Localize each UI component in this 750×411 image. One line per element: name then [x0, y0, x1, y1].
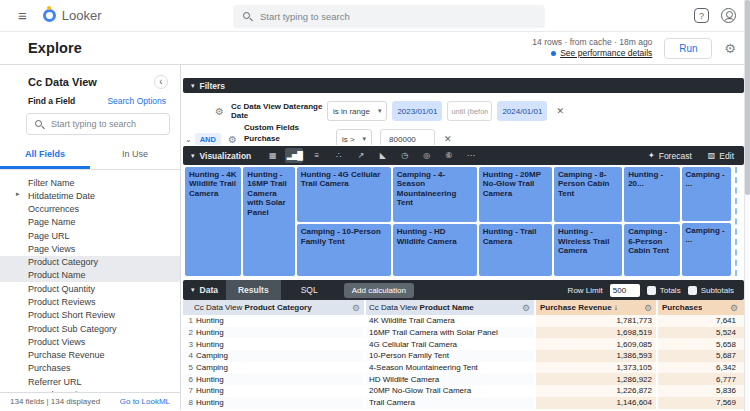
sidebar-field-hitdatetime-date[interactable]: ▸Hitdatetime Date	[0, 189, 180, 202]
treemap-cell-camping-8-person-cabin-tent[interactable]: Camping - 8-Person Cabin Tent	[554, 167, 622, 222]
column-chart-icon[interactable]: ▂▅█	[285, 148, 303, 163]
filter-until-input[interactable]	[447, 101, 492, 121]
treemap-cell-hunting-hd-wildlife-camera[interactable]: Hunting - HD Wildlife Camera	[393, 224, 477, 276]
filter-operator-select[interactable]: is in range ▾	[327, 101, 387, 121]
performance-details-link[interactable]: See performance details	[560, 48, 652, 59]
and-conjunction-chip[interactable]: AND	[195, 133, 221, 146]
sidebar-field-product-sub-category[interactable]: Product Sub Category	[0, 322, 180, 335]
table-row[interactable]: 6HuntingHD Wildlife Camera1,286,9226,777	[183, 373, 744, 385]
add-calculation-button[interactable]: Add calculation	[344, 283, 414, 298]
go-to-lookml-link[interactable]: Go to LookML	[120, 397, 170, 406]
looker-logo[interactable]: Looker	[43, 8, 102, 23]
collapse-caret-icon[interactable]: ▾	[191, 152, 195, 160]
treemap-cell-camping-6-person-cabin-tent[interactable]: Camping - 6-Person Cabin Tent	[624, 224, 679, 276]
table-row[interactable]: 3Hunting4G Cellular Trail Camera1,609,08…	[183, 338, 744, 350]
run-button[interactable]: Run	[664, 38, 712, 59]
expand-arrow-icon[interactable]: ▸	[16, 190, 20, 198]
visualization-section-header[interactable]: ▾ Visualization ▦▂▅█≡∴↗◣◷◎⑥⋯ ✦ Forecast …	[183, 146, 744, 165]
filter-value-input[interactable]	[380, 129, 435, 145]
treemap-cell-camping[interactable]: Camping - ...	[682, 167, 731, 221]
treemap-cell-hunting-20[interactable]: Hunting - 20...	[624, 167, 679, 222]
column-header-product-category[interactable]: Cc Data View Product Category⚙	[183, 300, 364, 315]
treemap-cell-camping-10-person-family-tent[interactable]: Camping - 10-Person Family Tent	[297, 224, 391, 276]
sidebar-field-purchase-revenue[interactable]: Purchase Revenue	[0, 348, 180, 361]
filter-start-date-chip[interactable]: 2023/01/01	[392, 101, 442, 121]
filter-gear-icon[interactable]: ⚙	[215, 106, 224, 117]
field-search-bar[interactable]	[26, 113, 170, 135]
more-viz-icon[interactable]: ⋯	[461, 148, 479, 163]
gear-icon[interactable]: ⚙	[644, 303, 652, 313]
table-row[interactable]: 2Hunting16MP Trail Camera with Solar Pan…	[183, 327, 744, 339]
map-chart-icon[interactable]: ◎	[417, 148, 435, 163]
sidebar-field-search-engine[interactable]: Search Engine	[0, 388, 180, 392]
gear-icon[interactable]: ⚙	[522, 303, 530, 313]
sidebar-field-referrer-url[interactable]: Referrer URL	[0, 375, 180, 388]
forecast-button[interactable]: ✦ Forecast	[648, 151, 692, 161]
column-header-purchases[interactable]: Purchases⚙	[658, 300, 744, 315]
treemap-cell-camping-4-season-mountaineering-tent[interactable]: Camping - 4-Season Mountaineering Tent	[393, 167, 477, 222]
scatter-chart-icon[interactable]: ∴	[329, 148, 347, 163]
sidebar-field-product-name[interactable]: Product Name	[0, 269, 180, 282]
filter-end-date-chip[interactable]: 2024/01/01	[497, 101, 547, 121]
pie-chart-icon[interactable]: ◷	[395, 148, 413, 163]
sidebar-field-page-views[interactable]: Page Views	[0, 242, 180, 255]
account-icon[interactable]	[721, 8, 736, 23]
global-search-input[interactable]	[260, 11, 535, 22]
scrollbar-thumb[interactable]	[745, 0, 750, 195]
single-value-icon[interactable]: ⑥	[439, 148, 457, 163]
sidebar-field-product-short-review[interactable]: Product Short Review	[0, 309, 180, 322]
treemap-cell-camping[interactable]: Camping - ...	[682, 223, 731, 277]
gear-icon[interactable]: ⚙	[730, 303, 738, 313]
sidebar-field-product-views[interactable]: Product Views	[0, 335, 180, 348]
field-search-input[interactable]	[51, 119, 161, 129]
table-row[interactable]: 1Hunting4K Wildlife Trail Camera1,781,77…	[183, 315, 744, 327]
tab-all-fields[interactable]: All Fields	[0, 143, 90, 169]
area-chart-icon[interactable]: ◣	[373, 148, 391, 163]
sidebar-field-filter-name[interactable]: Filter Name	[0, 176, 180, 189]
tab-sql[interactable]: SQL	[289, 280, 330, 300]
sidebar-field-page-name[interactable]: Page Name	[0, 216, 180, 229]
sidebar-field-product-quantity[interactable]: Product Quantity	[0, 282, 180, 295]
treemap-cell-hunting-wireless-trail-camera[interactable]: Hunting - Wireless Trail Camera	[554, 224, 622, 276]
explore-settings-gear-icon[interactable]: ⚙	[724, 41, 736, 56]
gear-icon[interactable]: ⚙	[352, 303, 360, 313]
totals-checkbox[interactable]: Totals	[647, 286, 681, 295]
table-chart-icon[interactable]: ▦	[263, 148, 281, 163]
tab-in-use[interactable]: In Use	[90, 143, 180, 169]
help-icon[interactable]: ?	[694, 8, 709, 23]
filters-section-header[interactable]: ▾ Filters	[183, 78, 744, 93]
column-header-product-name[interactable]: Cc Data View Product Name⚙	[366, 300, 534, 315]
table-row[interactable]: 4Camping10-Person Family Tent1,386,5935,…	[183, 350, 744, 362]
treemap-cell-hunting-4k-wildlife-trail-camera[interactable]: Hunting - 4K Wildlife Trail Camera	[185, 167, 241, 276]
global-search-bar[interactable]	[233, 5, 545, 28]
edit-viz-button[interactable]: ▨ Edit	[708, 151, 734, 161]
remove-filter-icon[interactable]: ✕	[444, 134, 452, 144]
window-scrollbar[interactable]	[744, 0, 750, 411]
data-section-header[interactable]: ▾ Data Results SQL Add calculation Row L…	[183, 280, 744, 300]
sidebar-field-product-category[interactable]: Product Category	[0, 256, 180, 269]
treemap-cell-hunting-16mp-trail-camera-with-solar-panel[interactable]: Hunting - 16MP Trail Camera with Solar P…	[243, 167, 294, 276]
table-row[interactable]: 8HuntingTrail Camera1,146,6047,569	[183, 397, 744, 409]
column-header-purchase-revenue[interactable]: Purchase Revenue ↓⚙	[536, 300, 656, 315]
filter-operator-select[interactable]: is > ▾	[336, 129, 372, 145]
treemap-cell-hunting-20mp-no-glow-trail-camera[interactable]: Hunting - 20MP No-Glow Trail Camera	[479, 167, 552, 222]
remove-filter-icon[interactable]: ✕	[556, 106, 564, 116]
table-row[interactable]: 7Hunting20MP No-Glow Trail Camera1,226,8…	[183, 385, 744, 397]
collapse-caret-icon[interactable]: ▾	[191, 286, 195, 294]
sidebar-field-product-reviews[interactable]: Product Reviews	[0, 295, 180, 308]
sidebar-field-purchases[interactable]: Purchases	[0, 362, 180, 375]
sidebar-field-page-url[interactable]: Page URL	[0, 229, 180, 242]
row-limit-input[interactable]	[610, 284, 640, 297]
hamburger-menu-icon[interactable]: ≡	[18, 7, 27, 24]
collapse-sidebar-icon[interactable]: ‹	[154, 75, 168, 89]
table-row[interactable]: 5Camping4-Season Mountaineering Tent1,37…	[183, 362, 744, 374]
line-chart-icon[interactable]: ↗	[351, 148, 369, 163]
tab-results[interactable]: Results	[226, 280, 281, 300]
collapse-caret-icon[interactable]: ▾	[191, 82, 195, 90]
bar-chart-icon[interactable]: ≡	[307, 148, 325, 163]
treemap-cell-hunting-4g-cellular-trail-camera[interactable]: Hunting - 4G Cellular Trail Camera	[297, 167, 391, 222]
treemap-cell-hunting-trail-camera[interactable]: Hunting - Trail Camera	[479, 224, 552, 276]
filter-gear-icon[interactable]: ⚙	[228, 134, 237, 145]
sidebar-field-occurrences[interactable]: Occurrences	[0, 203, 180, 216]
search-options-link[interactable]: Search Options	[107, 96, 166, 106]
